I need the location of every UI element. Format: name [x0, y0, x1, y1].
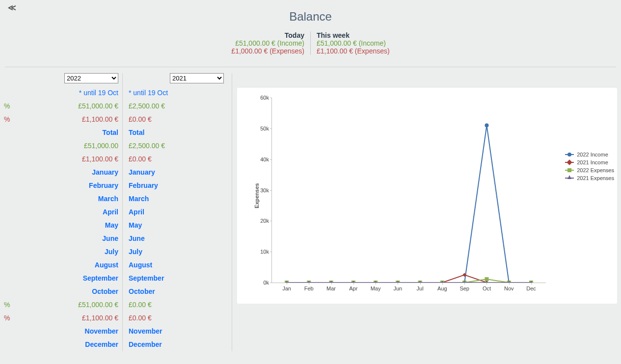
ytd-income-a: £51,000.00 € [17, 100, 118, 113]
oct-income-a: £51,000.00 € [17, 298, 118, 312]
y-tick-label: 20k [251, 218, 269, 224]
y-tick-label: 60k [251, 95, 269, 101]
year-select-b[interactable]: 2021 [170, 73, 224, 83]
month-link[interactable]: December [17, 338, 118, 351]
total-hdr-b[interactable]: Total [129, 126, 224, 139]
x-tick-label: Jan [282, 286, 291, 291]
y-tick-label: 50k [251, 126, 269, 131]
y-tick-label: 30k [251, 187, 269, 193]
chart-legend: 2022 Income2021 Income2022 Expenses2021 … [565, 152, 614, 183]
oct-expenses-b: £0.00 € [129, 312, 224, 325]
today-income: £51,000.00 € (Income) [231, 39, 304, 47]
x-tick-label: Aug [437, 286, 447, 291]
legend-item[interactable]: 2022 Income [565, 152, 614, 157]
x-tick-label: May [371, 286, 381, 291]
month-link[interactable]: March [17, 192, 118, 206]
ytd-note-b: * until 19 Oct [129, 86, 224, 100]
month-link[interactable]: October [17, 285, 118, 298]
month-link[interactable]: November [17, 325, 118, 338]
week-expenses: £1,100.00 € (Expenses) [317, 47, 390, 55]
ytd-note-a: * until 19 Oct [17, 86, 118, 100]
legend-label: 2022 Expenses [577, 167, 614, 173]
total-hdr-a[interactable]: Total [17, 126, 118, 139]
month-link[interactable]: April [17, 206, 118, 219]
today-label: Today [231, 31, 304, 39]
legend-item[interactable]: 2021 Income [565, 159, 614, 165]
total-income-b: £2,500.00 € [129, 139, 224, 153]
oct-expenses-a: £1,100.00 € [17, 312, 118, 325]
legend-item[interactable]: 2021 Expenses [565, 175, 614, 181]
x-tick-label: Nov [504, 286, 514, 291]
summary: Today £51,000.00 € (Income) £1,000.00 € … [0, 31, 621, 55]
y-tick-label: 0k [251, 280, 269, 286]
month-link[interactable]: May [129, 219, 224, 232]
month-link[interactable]: October [129, 285, 224, 298]
y-tick-label: 10k [251, 249, 269, 255]
x-tick-label: Apr [349, 286, 357, 291]
month-link[interactable]: April [129, 206, 224, 219]
x-tick-label: Jul [417, 286, 424, 291]
pct-oct-income: % [4, 298, 12, 312]
year-select-a[interactable]: 2022 [64, 73, 118, 83]
week-label: This week [317, 31, 390, 39]
today-expenses: £1,000.00 € (Expenses) [231, 47, 304, 55]
week-income: £51,000.00 € (Income) [317, 39, 390, 47]
legend-label: 2021 Income [577, 159, 608, 165]
balance-chart: Expenses 0k10k20k30k40k50k60kJanFebMarAp… [237, 88, 617, 304]
month-link[interactable]: August [17, 259, 118, 272]
month-link[interactable]: November [129, 325, 224, 338]
legend-label: 2022 Income [577, 152, 608, 157]
ytd-income-b: £2,500.00 € [129, 100, 224, 113]
x-tick-label: Sep [459, 286, 469, 291]
month-link[interactable]: March [129, 192, 224, 206]
x-tick-label: Feb [304, 286, 314, 291]
total-expenses-b: £0.00 € [129, 153, 224, 166]
month-link[interactable]: July [129, 245, 224, 259]
x-tick-label: Jun [393, 286, 402, 291]
pct-ytd-income: % [4, 100, 12, 113]
legend-item[interactable]: 2022 Expenses [565, 167, 614, 173]
x-tick-label: Dec [526, 286, 536, 291]
pct-ytd-expenses: % [4, 113, 12, 126]
total-income-a: £51,000.00 [17, 139, 118, 153]
month-link[interactable]: January [17, 166, 118, 179]
month-link[interactable]: January [129, 166, 224, 179]
month-link[interactable]: August [129, 259, 224, 272]
pct-gutter: % % % % [0, 73, 12, 351]
ytd-expenses-a: £1,100.00 € [17, 113, 118, 126]
month-link[interactable]: February [129, 179, 224, 192]
year-col-b: 2021 * until 19 Oct £2,500.00 € £0.00 € … [122, 73, 228, 351]
month-link[interactable]: July [17, 245, 118, 259]
month-link[interactable]: September [129, 272, 224, 285]
collapse-icon[interactable]: ≪ [8, 3, 16, 12]
x-tick-label: Mar [326, 286, 336, 291]
oct-income-b: £0.00 € [129, 298, 224, 312]
month-link[interactable]: June [17, 232, 118, 245]
month-link[interactable]: February [17, 179, 118, 192]
y-tick-label: 40k [251, 156, 269, 162]
year-col-a: 2022 * until 19 Oct £51,000.00 € £1,100.… [17, 73, 122, 351]
total-expenses-a: £1,100.00 € [17, 153, 118, 166]
month-link[interactable]: December [129, 338, 224, 351]
page-title: Balance [0, 0, 621, 24]
legend-label: 2021 Expenses [577, 175, 614, 181]
ytd-expenses-b: £0.00 € [129, 113, 224, 126]
x-tick-label: Oct [483, 286, 491, 291]
month-link[interactable]: May [17, 219, 118, 232]
pct-oct-expenses: % [4, 312, 12, 325]
month-link[interactable]: September [17, 272, 118, 285]
month-link[interactable]: June [129, 232, 224, 245]
